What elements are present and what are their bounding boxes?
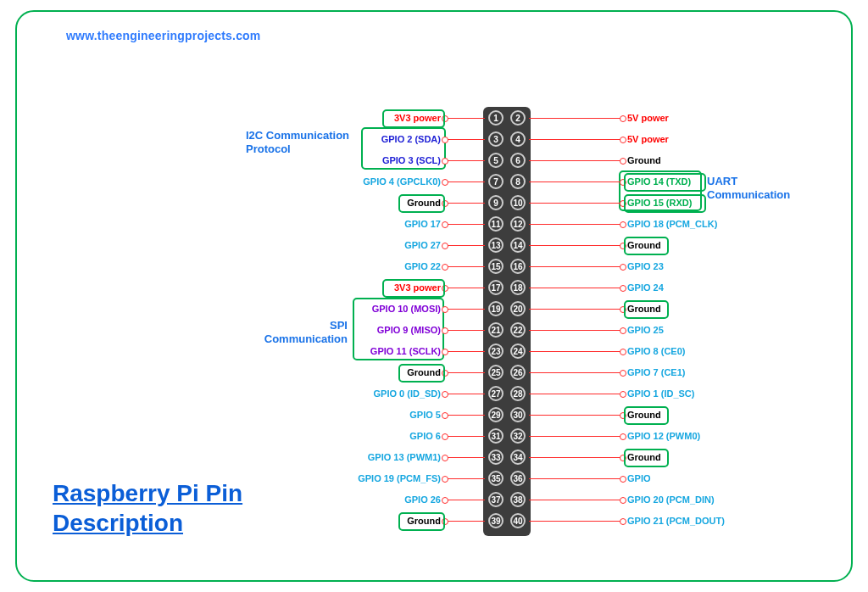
pin-30: 30 [510, 407, 526, 422]
pin-label-29: GPIO 5 [403, 410, 441, 420]
pin-row: 3738GPIO 26GPIO 20 (PCM_DIN) [0, 492, 868, 507]
pin-16: 16 [510, 259, 526, 274]
pin-2: 2 [510, 110, 526, 126]
pin-row: 910GroundGPIO 15 (RXD) [0, 195, 868, 210]
page: www.theengineeringprojects.com Raspberry… [0, 0, 868, 592]
pin-label-23: GPIO 11 (SCLK) [360, 346, 441, 356]
pin-row: 3940GroundGPIO 21 (PCM_DOUT) [0, 513, 868, 528]
pin-label-7: GPIO 4 (GPCLK0) [355, 176, 441, 187]
pin-diagram: I2C Communication Protocol SPI Communica… [0, 0, 868, 592]
pin-row: 1314GPIO 27Ground [0, 237, 868, 253]
pin-label-4: 5V power [627, 134, 669, 144]
pin-label-8: GPIO 14 (TXD) [627, 176, 691, 187]
pin-label-12: GPIO 18 (PCM_CLK) [627, 219, 717, 229]
pin-27: 27 [488, 386, 504, 401]
pin-row: 1516GPIO 22GPIO 23 [0, 259, 868, 274]
pin-39: 39 [488, 513, 504, 528]
pin-label-27: GPIO 0 (ID_SD) [360, 388, 441, 399]
pin-label-20: Ground [627, 304, 661, 314]
pin-35: 35 [488, 471, 504, 486]
pin-3: 3 [488, 131, 504, 147]
pin-label-18: GPIO 24 [627, 282, 664, 293]
pin-label-33: GPIO 13 (PWM1) [360, 452, 441, 462]
pin-17: 17 [488, 280, 504, 295]
pin-label-22: GPIO 25 [627, 325, 664, 335]
pin-15: 15 [488, 259, 504, 274]
pin-25: 25 [488, 365, 504, 380]
pin-label-28: GPIO 1 (ID_SC) [627, 388, 694, 399]
pin-24: 24 [510, 343, 526, 359]
pin-label-38: GPIO 20 (PCM_DIN) [627, 494, 715, 505]
pin-row: 123V3 power5V power [0, 110, 868, 126]
pin-37: 37 [488, 492, 504, 507]
pin-13: 13 [488, 237, 504, 253]
pin-label-5: GPIO 3 (SCL) [371, 155, 441, 165]
pin-32: 32 [510, 428, 526, 444]
pin-18: 18 [510, 280, 526, 295]
pin-row: 17183V3 powerGPIO 24 [0, 280, 868, 295]
pin-7: 7 [488, 174, 504, 189]
pin-23: 23 [488, 343, 504, 359]
pin-row: 1920GPIO 10 (MOSI)Ground [0, 301, 868, 316]
pin-38: 38 [510, 492, 526, 507]
pin-label-34: Ground [627, 452, 661, 462]
pin-21: 21 [488, 322, 504, 338]
pin-row: 2526GroundGPIO 7 (CE1) [0, 365, 868, 380]
pin-label-14: Ground [627, 240, 661, 250]
pin-14: 14 [510, 237, 526, 253]
pin-28: 28 [510, 386, 526, 401]
pin-row: 78GPIO 4 (GPCLK0)GPIO 14 (TXD) [0, 174, 868, 189]
pin-label-35: GPIO 19 (PCM_FS) [350, 473, 441, 483]
pin-4: 4 [510, 131, 526, 147]
pin-row: 3334GPIO 13 (PWM1)Ground [0, 450, 868, 465]
pin-5: 5 [488, 153, 504, 168]
pin-label-32: GPIO 12 (PWM0) [627, 431, 700, 441]
pin-10: 10 [510, 195, 526, 210]
pin-row: 2122GPIO 9 (MISO)GPIO 25 [0, 322, 868, 338]
pin-label-17: 3V3 power [387, 282, 441, 293]
pin-19: 19 [488, 301, 504, 316]
pin-label-26: GPIO 7 (CE1) [627, 367, 685, 377]
pin-label-11: GPIO 17 [398, 219, 441, 229]
pin-label-3: GPIO 2 (SDA) [371, 134, 441, 144]
pin-row: 3536GPIO 19 (PCM_FS)GPIO [0, 471, 868, 486]
pin-20: 20 [510, 301, 526, 316]
pin-29: 29 [488, 407, 504, 422]
pin-12: 12 [510, 216, 526, 232]
pin-row: 2930GPIO 5Ground [0, 407, 868, 422]
pin-label-15: GPIO 22 [398, 261, 441, 271]
pin-row: 56GPIO 3 (SCL)Ground [0, 153, 868, 168]
pin-label-1: 3V3 power [387, 113, 441, 123]
pin-label-36: GPIO [627, 473, 651, 483]
pin-label-31: GPIO 6 [403, 431, 441, 441]
pin-label-2: 5V power [627, 113, 669, 123]
pin-40: 40 [510, 513, 526, 528]
pin-label-39: Ground [403, 516, 441, 526]
pin-8: 8 [510, 174, 526, 189]
pin-label-16: GPIO 23 [627, 261, 664, 271]
pin-label-21: GPIO 9 (MISO) [365, 325, 441, 335]
pin-label-40: GPIO 21 (PCM_DOUT) [627, 516, 725, 526]
pin-label-9: Ground [403, 198, 441, 208]
pin-label-25: Ground [403, 367, 441, 377]
pin-1: 1 [488, 110, 504, 126]
pin-9: 9 [488, 195, 504, 210]
pin-22: 22 [510, 322, 526, 338]
pin-6: 6 [510, 153, 526, 168]
pin-label-13: GPIO 27 [398, 240, 441, 250]
pin-label-6: Ground [627, 155, 661, 165]
pin-26: 26 [510, 365, 526, 380]
pin-label-19: GPIO 10 (MOSI) [360, 304, 441, 314]
pin-row: 2728GPIO 0 (ID_SD)GPIO 1 (ID_SC) [0, 386, 868, 401]
pin-36: 36 [510, 471, 526, 486]
pin-row: 3132GPIO 6GPIO 12 (PWM0) [0, 428, 868, 444]
pin-label-10: GPIO 15 (RXD) [627, 198, 692, 208]
pin-34: 34 [510, 450, 526, 465]
pin-row: 34GPIO 2 (SDA)5V power [0, 131, 868, 147]
pin-33: 33 [488, 450, 504, 465]
pin-11: 11 [488, 216, 504, 232]
pin-label-24: GPIO 8 (CE0) [627, 346, 685, 356]
pin-label-37: GPIO 26 [398, 494, 441, 505]
pin-31: 31 [488, 428, 504, 444]
pin-row: 1112GPIO 17GPIO 18 (PCM_CLK) [0, 216, 868, 232]
